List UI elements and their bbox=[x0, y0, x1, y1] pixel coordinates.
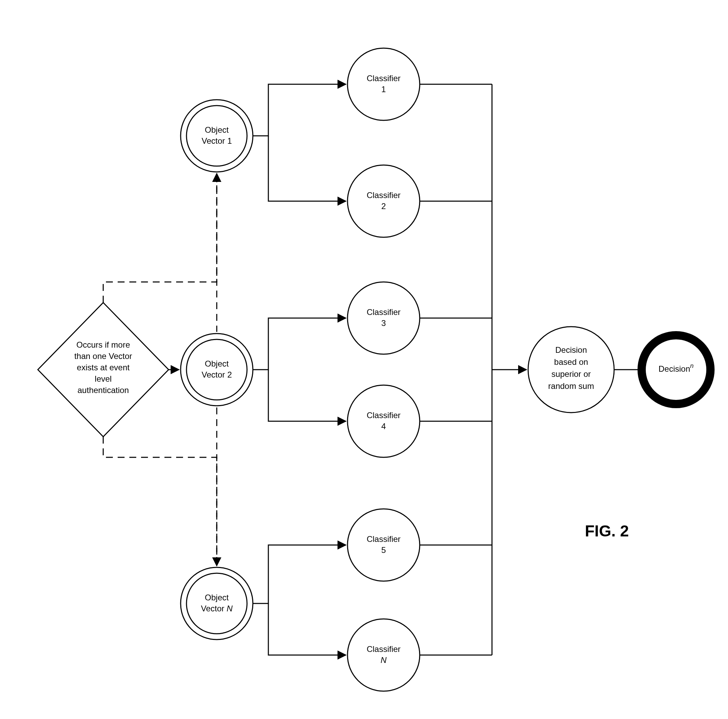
classifier-label: Classifier bbox=[367, 644, 401, 654]
decision-basis-line: Decision bbox=[555, 345, 587, 354]
classifier-label: 4 bbox=[381, 421, 386, 431]
edge-condition-to-vectorN bbox=[103, 437, 217, 566]
final-decision: Decisionn bbox=[642, 335, 710, 404]
object-vector-n: Object Vector N bbox=[180, 567, 253, 640]
decision-basis: Decision based on superior or random sum bbox=[528, 327, 614, 413]
classifier-label: 5 bbox=[381, 545, 386, 555]
edge-v1-c2 bbox=[268, 136, 346, 201]
condition-line: Occurs if more bbox=[76, 340, 130, 350]
svg-point-8 bbox=[347, 165, 420, 237]
classifier-label: 3 bbox=[381, 318, 386, 328]
classifier-label: N bbox=[381, 655, 387, 665]
edge-vN-c5 bbox=[253, 545, 346, 603]
condition-line: than one Vector bbox=[74, 351, 132, 361]
figure-label: FIG. 2 bbox=[585, 522, 629, 540]
condition-line: exists at event bbox=[77, 363, 130, 372]
vector-label: Vector N bbox=[201, 604, 233, 613]
edge-v2-c4 bbox=[268, 369, 346, 421]
decision-label: Decisionn bbox=[659, 362, 694, 374]
edge-v2-c3 bbox=[253, 318, 346, 369]
classifier-label: Classifier bbox=[367, 534, 401, 543]
decision-basis-line: random sum bbox=[548, 381, 594, 391]
svg-point-5 bbox=[180, 567, 253, 640]
svg-point-3 bbox=[180, 334, 253, 406]
classifier-label: Classifier bbox=[367, 73, 401, 83]
vector-label: Vector 2 bbox=[202, 370, 232, 379]
svg-point-1 bbox=[180, 100, 253, 172]
vector-label: Object bbox=[205, 593, 229, 602]
vector-label: Object bbox=[205, 359, 229, 368]
svg-point-12 bbox=[347, 619, 420, 691]
classifier-label: 1 bbox=[381, 85, 386, 94]
decision-basis-line: based on bbox=[554, 357, 588, 366]
classifier-1: Classifier 1 bbox=[347, 48, 420, 121]
edge-condition-to-vector1 bbox=[103, 174, 217, 302]
svg-point-10 bbox=[347, 385, 420, 457]
condition-line: authentication bbox=[77, 385, 128, 395]
vector-label: Vector 1 bbox=[202, 136, 232, 145]
classifier-3: Classifier 3 bbox=[347, 282, 420, 354]
classifier-n: Classifier N bbox=[347, 619, 420, 691]
svg-point-11 bbox=[347, 509, 420, 581]
svg-point-9 bbox=[347, 282, 420, 354]
classifier-4: Classifier 4 bbox=[347, 385, 420, 457]
classifier-label: Classifier bbox=[367, 307, 401, 317]
object-vector-2: Object Vector 2 bbox=[180, 334, 253, 406]
classifier-2: Classifier 2 bbox=[347, 165, 420, 237]
classifier-5: Classifier 5 bbox=[347, 509, 420, 581]
condition-line: level bbox=[95, 374, 112, 383]
svg-point-7 bbox=[347, 48, 420, 121]
condition-diamond: Occurs if more than one Vector exists at… bbox=[38, 302, 168, 437]
vector-label: Object bbox=[205, 125, 229, 134]
edge-vN-cN bbox=[268, 603, 346, 655]
classifier-label: Classifier bbox=[367, 191, 401, 200]
classifier-label: 2 bbox=[381, 202, 386, 211]
decision-basis-line: superior or bbox=[552, 369, 591, 379]
edge-v1-c1 bbox=[253, 84, 346, 136]
object-vector-1: Object Vector 1 bbox=[180, 100, 253, 172]
classifier-label: Classifier bbox=[367, 411, 401, 420]
